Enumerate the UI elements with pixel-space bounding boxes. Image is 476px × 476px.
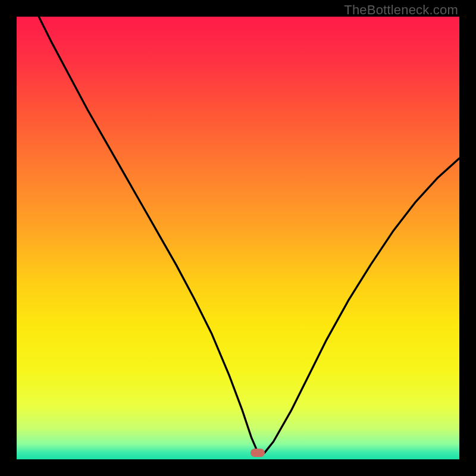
watermark-text: TheBottleneck.com bbox=[344, 2, 458, 18]
chart-frame: TheBottleneck.com bbox=[0, 0, 476, 476]
bottleneck-curve bbox=[17, 17, 459, 459]
plot-area bbox=[17, 17, 459, 459]
optimal-point-marker bbox=[250, 449, 265, 457]
